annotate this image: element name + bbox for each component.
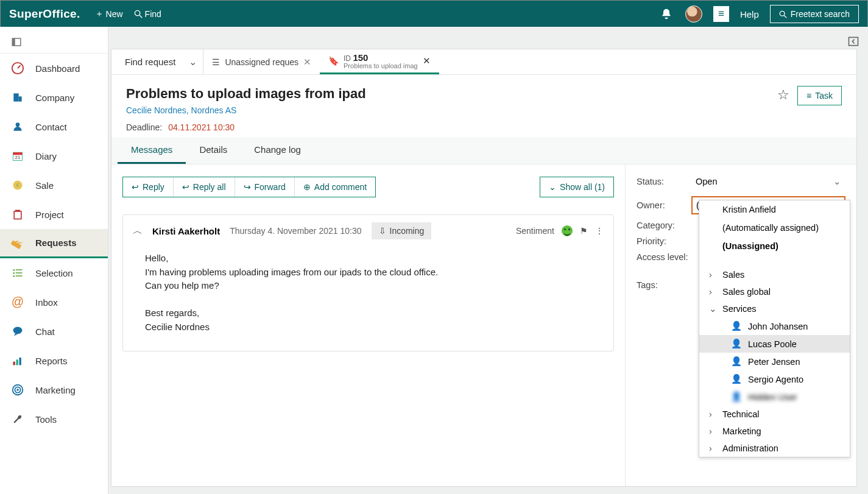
owner-group-sales-global[interactable]: ›Sales global [699,283,850,300]
forward-button[interactable]: ↪ Forward [235,177,295,197]
owner-user[interactable]: 👤Lucas Poole [699,335,850,353]
freetext-search[interactable]: Freetext search [770,5,859,23]
chevron-right-icon: › [709,270,716,280]
nav-label: Diary [35,151,57,161]
nav-contact[interactable]: Contact [0,112,108,141]
owner-option-unassigned[interactable]: (Unassigned) [699,237,850,255]
nav-company[interactable]: Company [0,83,108,112]
subtab-changelog[interactable]: Change log [241,137,314,164]
direction-badge: ⇩ Incoming [372,222,432,239]
collapse-panel-icon[interactable] [847,35,859,48]
add-comment-button[interactable]: ⊕ Add comment [295,177,375,197]
nav-inbox[interactable]: @Inbox [0,288,108,317]
svg-text:€: € [16,182,19,188]
tab-request-150[interactable]: 🔖 ID 150 Problems to upload imag ✕ [320,49,439,74]
message-body: Hello, I'm having problems uploading ima… [123,247,613,351]
close-icon[interactable]: ✕ [423,55,431,66]
message-actions: ↩ Reply ↩ Reply all ↪ Forward ⊕ Add comm… [122,177,614,197]
user-icon: 👤 [731,374,742,384]
svg-point-25 [13,327,23,334]
chevron-down-icon: ⌄ [833,177,841,186]
owner-user[interactable]: 👤Sergio Agento [699,370,850,388]
search-icon [779,10,787,18]
deadline: Deadline:04.11.2021 10:30 [126,122,842,132]
nav-collapse-icon[interactable] [0,30,108,54]
request-contact-link[interactable]: Cecilie Nordnes, Nordnes AS [126,105,842,115]
owner-group-administration[interactable]: ›Administration [699,440,850,457]
task-button[interactable]: ≡Task [797,86,842,105]
nav-project[interactable]: Project [0,200,108,229]
svg-rect-19 [16,269,23,270]
help-link[interactable]: Help [740,9,759,19]
favorite-star-icon[interactable]: ☆ [777,87,789,103]
nav-diary[interactable]: 21Diary [0,141,108,171]
owner-group-services[interactable]: ⌄Services [699,300,850,317]
project-icon [11,208,24,221]
nav-label: Dashboard [35,63,80,74]
nav-marketing[interactable]: Marketing [0,375,108,404]
nav-chat[interactable]: Chat [0,317,108,346]
message-author: Kirsti Aakerholt [152,226,220,236]
nav-selection[interactable]: Selection [0,258,108,288]
show-all-label: Show all (1) [560,182,605,192]
owner-user[interactable]: 👤Hidden User [699,388,850,406]
status-select[interactable]: Open⌄ [691,173,845,190]
user-icon: 👤 [731,339,742,349]
owner-group-sales[interactable]: ›Sales [699,266,850,283]
svg-rect-20 [13,272,15,274]
task-label: Task [815,91,833,101]
sentiment-label: Sentiment [516,226,554,236]
owner-group-technical[interactable]: ›Technical [699,406,850,423]
subtab-messages[interactable]: Messages [118,137,186,164]
chat-icon [11,325,24,338]
ticket-icon: 🔖 [328,56,339,66]
svg-text:@: @ [12,295,24,308]
main-area: Find request ⌄ ☰ Unassigned reques ✕ 🔖 I… [108,27,868,494]
find-button[interactable]: Find [134,9,161,19]
nav-dashboard[interactable]: Dashboard [0,54,108,83]
close-icon[interactable]: ✕ [303,57,311,68]
nav-tools[interactable]: Tools [0,404,108,434]
owner-user[interactable]: 👤John Johansen [699,317,850,335]
owner-group-marketing[interactable]: ›Marketing [699,423,850,440]
nav-label: Reports [35,356,68,366]
svg-line-3 [784,15,786,18]
separator [699,255,850,266]
show-all-button[interactable]: ⌄ Show all (1) [540,177,614,197]
notifications-icon[interactable] [658,6,674,22]
reply-all-button[interactable]: ↩ Reply all [174,177,235,197]
tab-unassigned[interactable]: ☰ Unassigned reques ✕ [203,49,320,74]
nav-label: Inbox [35,297,58,308]
nav-sale[interactable]: €Sale [0,171,108,200]
forward-label: Forward [255,182,286,192]
deadline-value: 04.11.2021 10:30 [168,122,235,132]
chevron-down-icon[interactable]: ⌄ [183,56,203,68]
nav-label: Requests [35,238,77,248]
owner-user[interactable]: 👤Peter Jensen [699,353,850,370]
topbar-right: ≡ Help Freetext search [658,5,859,23]
chevron-right-icon: › [709,287,716,297]
request-header: Problems to upload images from ipad Ceci… [111,75,856,137]
find-request-tab[interactable]: Find request [118,57,183,67]
group-label: Administration [722,443,778,453]
new-button[interactable]: ＋New [95,9,123,19]
user-avatar[interactable] [685,5,702,23]
more-icon[interactable]: ⋮ [595,226,604,236]
collapse-message-icon[interactable]: ︿ [133,225,143,238]
sentiment-positive-icon [562,225,573,236]
list-icon: ☰ [212,57,220,67]
flag-icon[interactable]: ⚑ [580,226,588,236]
inbox-icon: @ [11,295,24,309]
nav-requests[interactable]: Requests [0,229,108,258]
reply-button[interactable]: ↩ Reply [123,177,174,197]
owner-option[interactable]: (Automatically assigned) [699,219,850,237]
subtab-details[interactable]: Details [186,137,241,164]
svg-point-2 [780,11,785,16]
main-menu-icon[interactable]: ≡ [713,6,729,22]
nav-label: Company [35,93,74,103]
user-label: John Johansen [748,322,808,331]
nav-reports[interactable]: Reports [0,346,108,375]
category-label: Category: [637,221,691,230]
owner-option[interactable]: Kristin Anfield [699,200,850,219]
user-icon: 👤 [731,321,742,331]
